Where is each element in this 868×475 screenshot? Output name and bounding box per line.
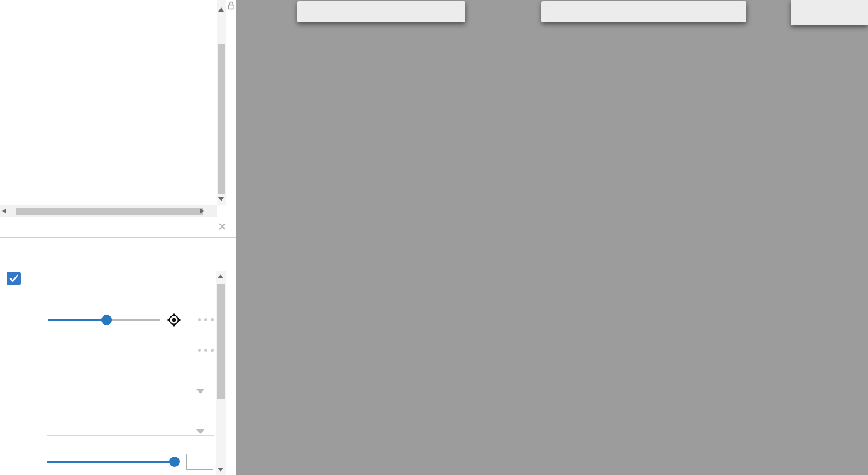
point-slider-fill (48, 319, 107, 321)
search-input[interactable] (0, 223, 207, 232)
panel-scroll-down-arrow[interactable] (218, 468, 223, 472)
search-clear-icon[interactable]: ✕ (218, 221, 227, 233)
scroll-left-arrow[interactable] (2, 208, 6, 214)
vector-underline (47, 435, 214, 436)
panel-vertical-scrollbar[interactable] (216, 271, 226, 475)
playback-toolbar (297, 1, 465, 22)
panel-scroll-up-arrow[interactable] (218, 274, 223, 278)
lock-icon[interactable] (228, 1, 235, 12)
tree-guide-line (6, 25, 6, 196)
pick-point-icon[interactable] (166, 312, 181, 330)
viewport-3d (236, 0, 868, 475)
search-row: ✕ (0, 217, 236, 238)
scroll-down-arrow[interactable] (218, 197, 224, 201)
scroll-right-arrow[interactable] (200, 208, 204, 214)
model-tree (0, 0, 217, 205)
application-window: ✕ (0, 0, 868, 475)
point-more-options-icon[interactable] (198, 318, 214, 321)
panel-scroll-thumb[interactable] (217, 284, 225, 399)
opacity-slider-fill (47, 461, 175, 463)
opacity-slider-handle[interactable] (169, 457, 180, 467)
scalar-caret-icon[interactable] (196, 389, 205, 394)
tree-horizontal-scroll-thumb[interactable] (16, 208, 203, 215)
tree-horizontal-scrollbar[interactable] (0, 205, 217, 217)
sidebar: ✕ (0, 0, 236, 475)
scroll-up-arrow[interactable] (218, 7, 224, 12)
normal-more-options-icon[interactable] (198, 349, 214, 352)
cutting-plane-properties-panel (0, 238, 236, 475)
probe-toolbar (791, 0, 868, 25)
tree-vertical-scrollbar[interactable] (217, 0, 226, 205)
opacity-value-input[interactable] (186, 454, 213, 470)
visible-checkbox[interactable] (7, 272, 21, 285)
point-slider-handle[interactable] (101, 315, 112, 325)
scalar-underline (47, 395, 214, 395)
tree-vertical-scroll-thumb[interactable] (218, 44, 225, 194)
render-canvas[interactable] (236, 0, 868, 475)
vector-caret-icon[interactable] (196, 429, 205, 434)
render-mode-toolbar (541, 1, 746, 22)
